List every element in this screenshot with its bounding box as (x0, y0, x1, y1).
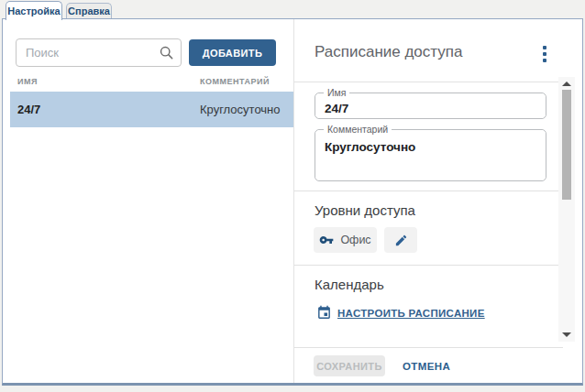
search-input[interactable] (16, 38, 182, 67)
name-field: Имя (315, 93, 546, 119)
main-window: ДОБАВИТЬ ИМЯ КОММЕНТАРИЙ 24/7 Круглосуто… (2, 18, 583, 386)
comment-field-label: Комментарий (324, 124, 392, 135)
save-button[interactable]: СОХРАНИТЬ (314, 355, 385, 376)
tab-help[interactable]: Справка (66, 3, 112, 19)
search-box (16, 38, 182, 67)
row-name-cell: 24/7 (17, 92, 40, 127)
access-level-chip[interactable]: Офис (314, 227, 377, 253)
calendar-icon (316, 305, 332, 321)
tab-settings[interactable]: Настройка (6, 1, 62, 20)
name-input[interactable] (315, 93, 546, 118)
name-field-label: Имя (324, 87, 349, 98)
page-title: Расписание доступа (315, 43, 462, 61)
comment-input[interactable]: Круглосуточно (315, 130, 546, 180)
cancel-button[interactable]: ОТМЕНА (397, 355, 456, 376)
column-header-comment: КОММЕНТАРИЙ (200, 77, 270, 86)
pencil-icon (394, 234, 408, 247)
divider (294, 191, 563, 191)
scroll-down-icon[interactable] (562, 332, 571, 337)
table-row[interactable]: 24/7 Круглосуточно (10, 92, 293, 127)
kebab-menu-icon[interactable] (538, 46, 551, 62)
divider (294, 347, 563, 348)
scrollbar-thumb[interactable] (562, 90, 571, 200)
app-root: { "tabs": [ { "label": "Настройка", "act… (0, 0, 585, 392)
calendar-heading: Календарь (315, 277, 384, 292)
configure-schedule-link[interactable]: НАСТРОИТЬ РАСПИСАНИЕ (337, 308, 485, 319)
add-button[interactable]: ДОБАВИТЬ (189, 39, 276, 66)
scroll-up-icon[interactable] (562, 82, 571, 86)
access-levels-heading: Уровни доступа (315, 202, 415, 218)
divider (294, 265, 563, 266)
search-icon (159, 45, 174, 60)
row-comment-cell: Круглосуточно (200, 92, 281, 127)
divider (294, 82, 563, 82)
access-level-chip-label: Офис (340, 234, 370, 246)
column-header-name: ИМЯ (17, 77, 38, 86)
vertical-scrollbar[interactable] (558, 77, 575, 342)
comment-field: Комментарий Круглосуточно (315, 129, 546, 181)
key-icon (319, 233, 334, 247)
schedule-detail-panel: Расписание доступа Имя Комментарий Кругл… (293, 19, 581, 383)
edit-access-levels-button[interactable] (384, 227, 417, 253)
